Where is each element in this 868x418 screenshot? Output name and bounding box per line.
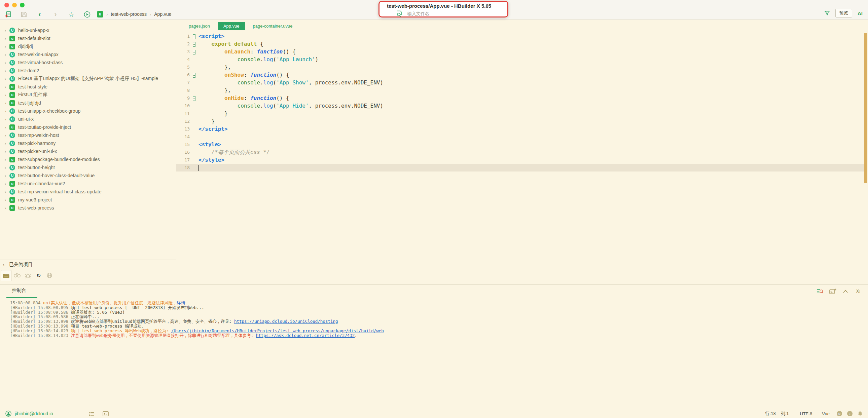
console-tab[interactable]: 控制台 — [12, 288, 26, 294]
chevron-right-icon[interactable]: › — [3, 117, 8, 122]
code-line[interactable]: 17</style> — [176, 156, 864, 164]
console-link[interactable]: https://ask.dcloud.net.cn/article/37432 — [256, 333, 355, 338]
preview-button[interactable]: 预览 — [835, 9, 852, 18]
bookmark-star-button[interactable]: ☆ — [67, 10, 75, 19]
chevron-right-icon[interactable]: › — [3, 68, 8, 73]
code-line[interactable]: 3− onLaunch: function() { — [176, 48, 864, 56]
collapse-panel-icon[interactable] — [842, 288, 849, 295]
chevron-right-icon[interactable]: › — [3, 60, 8, 65]
fold-toggle-icon[interactable]: − — [193, 50, 195, 55]
code-line[interactable]: 9− onHide: function() { — [176, 94, 864, 102]
language-mode-indicator[interactable]: Vue — [822, 411, 830, 416]
clear-console-icon[interactable]: X↓ — [855, 288, 862, 295]
tree-item[interactable]: ›Utest-weixin-uniappx — [0, 51, 176, 59]
chevron-right-icon[interactable]: › — [3, 173, 8, 178]
chevron-right-icon[interactable]: › — [3, 133, 8, 138]
chevron-right-icon[interactable]: › — [3, 28, 8, 33]
new-terminal-icon[interactable] — [829, 288, 836, 295]
run-button[interactable] — [83, 10, 91, 19]
chevron-right-icon[interactable]: › — [3, 125, 8, 130]
code-line[interactable]: 2− export default { — [176, 40, 864, 48]
chevron-right-icon[interactable]: › — [3, 76, 8, 82]
tree-item[interactable]: ›umy-vue3-project — [0, 196, 176, 204]
chevron-right-icon[interactable]: › — [3, 141, 8, 146]
tab-debug[interactable] — [23, 270, 33, 281]
chevron-right-icon[interactable]: › — [3, 93, 8, 98]
save-button[interactable] — [20, 10, 28, 19]
code-line[interactable]: 16 /*每个页面公共css */ — [176, 148, 864, 156]
tree-item[interactable]: ›Utest-mp-weixin-virtual-host-class-upda… — [0, 188, 176, 196]
code-line[interactable]: 6− onShow: function() { — [176, 71, 864, 79]
tree-item[interactable]: ›Utest-uniapp-x-checkbox-group — [0, 107, 176, 115]
close-window-button[interactable] — [4, 3, 9, 7]
editor-tab-page-container.uvue[interactable]: page-container.uvue — [247, 22, 299, 30]
tree-item[interactable]: ›Utest-button-height — [0, 163, 176, 171]
chevron-right-icon[interactable]: › — [3, 44, 8, 49]
tree-item[interactable]: ›utest-web-process — [0, 204, 176, 212]
tree-item[interactable]: ›Utest-virtual-host-class — [0, 59, 176, 67]
uni-feedback-icon[interactable]: u — [837, 411, 842, 416]
tree-item[interactable]: ›Uuni-ui-x — [0, 115, 176, 123]
code-line[interactable]: 7 console.log('App Show', process.env.NO… — [176, 79, 864, 87]
filter-icon[interactable] — [824, 10, 830, 16]
chevron-right-icon[interactable]: › — [3, 181, 8, 186]
tree-item[interactable]: ›utest-uni-clanedar-vue2 — [0, 180, 176, 188]
code-line[interactable]: 1−<script> — [176, 32, 864, 40]
tree-item[interactable]: ›Utest-button-hover-class-default-value — [0, 171, 176, 180]
chevron-right-icon[interactable]: › — [3, 52, 8, 57]
code-line[interactable]: 5 }, — [176, 63, 864, 71]
console-link[interactable]: /Users/jibinbin/Documents/HBuilderProjec… — [171, 328, 384, 333]
chevron-right-icon[interactable]: › — [3, 149, 8, 154]
console-link[interactable]: https://uniapp.dcloud.io/uniCloud/hostin… — [234, 319, 338, 324]
closed-projects-row[interactable]: › 已关闭项目 — [0, 260, 176, 269]
code-line[interactable]: 15<style> — [176, 140, 864, 148]
chevron-right-icon[interactable]: › — [3, 85, 8, 90]
chevron-right-icon[interactable]: › — [3, 157, 8, 162]
new-file-button[interactable] — [4, 10, 12, 19]
tree-item[interactable]: ›utest-default-slot — [0, 34, 176, 42]
tree-item[interactable]: ›URiceUI 基于uniappx 的UI框架【支持APP 鸿蒙 小程序 H5… — [0, 75, 176, 83]
chevron-right-icon[interactable]: › — [3, 205, 8, 211]
tree-item[interactable]: ›uFirstUI 组件库 — [0, 91, 176, 99]
tab-search[interactable] — [12, 270, 22, 281]
chevron-right-icon[interactable]: › — [3, 197, 8, 202]
tree-item[interactable]: ›Utest-picker-uni-ui-x — [0, 147, 176, 155]
breadcrumb-project[interactable]: test-web-process — [111, 11, 147, 17]
terminal-icon[interactable] — [102, 410, 109, 417]
fold-toggle-icon[interactable]: − — [193, 42, 195, 47]
tree-item[interactable]: ›Utest-pick-harmony — [0, 139, 176, 147]
tab-sync[interactable]: ↻ — [34, 270, 44, 281]
navigate-forward-button[interactable]: › — [52, 10, 60, 19]
editor-scrollbar[interactable] — [864, 33, 867, 183]
tab-project-explorer[interactable] — [1, 270, 11, 281]
tree-item[interactable]: ›utest-toutiao-provide-inject — [0, 123, 176, 131]
code-line[interactable]: 11 } — [176, 109, 864, 117]
fold-toggle-icon[interactable]: − — [193, 73, 195, 78]
account-email[interactable]: jibinbin@dcloud.io — [15, 411, 53, 416]
tree-item[interactable]: ›utest-subpackage-bundle-node-modules — [0, 155, 176, 163]
fold-toggle-icon[interactable]: − — [193, 96, 195, 101]
tree-item[interactable]: ›Uhello-uni-app-x — [0, 26, 176, 34]
chevron-right-icon[interactable]: › — [3, 36, 8, 41]
chevron-right-icon[interactable]: › — [3, 189, 8, 194]
navigate-back-button[interactable]: ‹ — [36, 10, 44, 19]
chevron-right-icon[interactable]: › — [3, 101, 8, 105]
encoding-indicator[interactable]: UTF-8 — [800, 411, 812, 416]
minimize-window-button[interactable] — [12, 3, 17, 7]
editor-tab-App.vue[interactable]: App.vue — [218, 22, 245, 30]
fold-toggle-icon[interactable]: − — [193, 34, 195, 39]
chevron-right-icon[interactable]: › — [3, 108, 8, 114]
code-line[interactable]: 12 } — [176, 117, 864, 125]
tree-item[interactable]: ›udjdjdjdj — [0, 42, 176, 51]
code-editor[interactable]: 1−<script>2− export default {3− onLaunch… — [176, 32, 864, 171]
maximize-window-button[interactable] — [20, 3, 25, 7]
code-line[interactable]: 13</script> — [176, 125, 864, 133]
console-link[interactable]: 详情 — [177, 300, 185, 306]
tree-item[interactable]: ›Utest-dom2 — [0, 67, 176, 75]
code-line[interactable]: 10 console.log('App Hide', process.env.N… — [176, 102, 864, 109]
code-line[interactable]: 8 }, — [176, 87, 864, 94]
tree-item[interactable]: ›Utest-mp-weixin-host — [0, 131, 176, 139]
tree-item[interactable]: ›utest-host-style — [0, 83, 176, 91]
search-log-icon[interactable] — [816, 288, 824, 295]
breadcrumb-file[interactable]: App.vue — [154, 11, 171, 17]
